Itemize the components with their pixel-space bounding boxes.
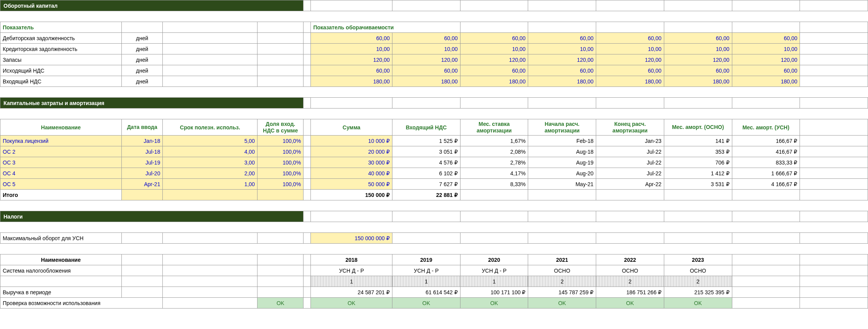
capex-header-row: Наименование Дата ввода Срок полезн. исп…: [0, 119, 868, 136]
tax-years-row: Наименование 2018 2019 2020 2021 2022 20…: [0, 254, 868, 265]
wc-header-row: Показатель Показатель оборачиваемости: [0, 22, 868, 33]
indicator-header: Показатель: [0, 22, 122, 33]
section-taxes: Налоги: [0, 211, 304, 222]
section-working-capital: Оборотный капитал: [0, 0, 304, 11]
capex-row[interactable]: ОС 4 Jul-20 2,00 100,0% 40 000 ₽ 6 102 ₽…: [0, 168, 868, 179]
wc-row[interactable]: Запасы дней 120,00 120,00 120,00 120,00 …: [0, 54, 868, 65]
section-capex: Капитальные затраты и амортизация: [0, 98, 304, 109]
wc-row[interactable]: Исходящий НДС дней 60,00 60,00 60,00 60,…: [0, 65, 868, 76]
turnover-header: Показатель оборачиваемости: [311, 22, 460, 33]
wc-row[interactable]: Входящий НДС дней 180,00 180,00 180,00 1…: [0, 76, 868, 87]
wc-row[interactable]: Кредиторская задолженность дней 10,00 10…: [0, 44, 868, 54]
spreadsheet-table[interactable]: Оборотный капитал Показатель Показатель …: [0, 0, 868, 309]
max-usn-row[interactable]: Максимальный оборот для УСН 150 000 000 …: [0, 233, 868, 244]
tax-hatched-row: 1 1 1 2 2 2: [0, 276, 868, 287]
section-header-row: Оборотный капитал: [0, 0, 868, 11]
capex-row[interactable]: Покупка лицензий Jan-18 5,00 100,0% 10 0…: [0, 136, 868, 146]
tax-system-row[interactable]: Система налогообложения УСН Д - Р УСН Д …: [0, 265, 868, 276]
tax-check-row[interactable]: Проверка возможности использования OK OK…: [0, 298, 868, 309]
capex-row[interactable]: ОС 2 Jul-18 4,00 100,0% 20 000 ₽ 3 051 ₽…: [0, 146, 868, 157]
capex-row[interactable]: ОС 3 Jul-19 3,00 100,0% 30 000 ₽ 4 576 ₽…: [0, 157, 868, 168]
section-header-row: Капитальные затраты и амортизация: [0, 98, 868, 109]
section-header-row: Налоги: [0, 211, 868, 222]
capex-row[interactable]: ОС 5 Apr-21 1,00 100,0% 50 000 ₽ 7 627 ₽…: [0, 179, 868, 190]
tax-revenue-row[interactable]: Выручка в периоде 24 587 201 ₽ 61 614 54…: [0, 287, 868, 298]
wc-row[interactable]: Дебиторская задолженность дней 60,00 60,…: [0, 33, 868, 44]
capex-total-row[interactable]: Итого 150 000 ₽ 22 881 ₽: [0, 190, 868, 200]
